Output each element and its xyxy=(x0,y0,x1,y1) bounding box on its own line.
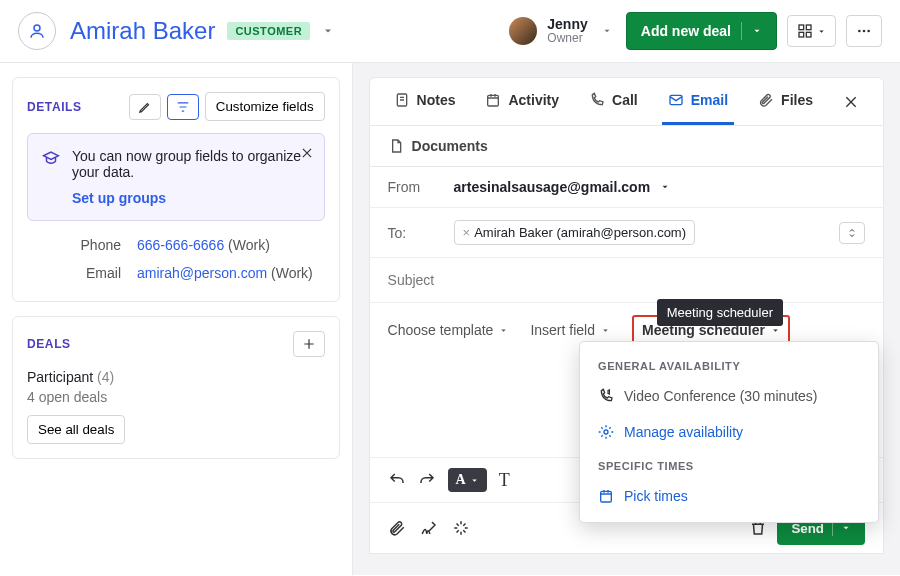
email-field: Email amirah@person.com (Work) xyxy=(27,259,325,287)
chevron-down-icon xyxy=(470,476,479,485)
person-name[interactable]: Amirah Baker xyxy=(70,17,215,45)
sparkle-icon xyxy=(452,519,470,537)
grid-icon xyxy=(797,23,813,39)
email-tag: (Work) xyxy=(271,265,313,281)
owner-info: Jenny Owner xyxy=(547,17,587,46)
tab-activity[interactable]: Activity xyxy=(479,78,565,125)
redo-icon xyxy=(418,471,436,489)
document-icon xyxy=(388,138,404,154)
owner-dropdown[interactable] xyxy=(598,22,616,40)
chevron-down-icon xyxy=(601,326,610,335)
phone-value[interactable]: 666-666-6666 xyxy=(137,237,224,253)
person-menu-chevron[interactable] xyxy=(318,21,338,41)
info-banner: You can now group fields to organize you… xyxy=(27,133,325,221)
tab-notes[interactable]: Notes xyxy=(388,78,462,125)
svg-point-0 xyxy=(34,25,40,31)
email-value[interactable]: amirah@person.com xyxy=(137,265,267,281)
phone-field: Phone 666-666-6666 (Work) xyxy=(27,231,325,259)
owner-name: Jenny xyxy=(547,17,587,32)
see-all-deals-button[interactable]: See all deals xyxy=(27,415,125,444)
owner-avatar[interactable] xyxy=(509,17,537,45)
open-deals: 4 open deals xyxy=(27,389,325,405)
participant-label: Participant xyxy=(27,369,93,385)
from-row: From artesinalsausage@gmail.com xyxy=(370,167,883,208)
more-button[interactable] xyxy=(846,15,882,47)
dd-video-conference[interactable]: Video Conference (30 minutes) xyxy=(580,378,878,414)
banner-close[interactable] xyxy=(300,146,314,160)
insert-field[interactable]: Insert field xyxy=(530,322,610,338)
from-value[interactable]: artesinalsausage@gmail.com xyxy=(454,179,651,195)
email-compose: From artesinalsausage@gmail.com To: ×Ami… xyxy=(369,167,884,554)
phone-tag: (Work) xyxy=(228,237,270,253)
plus-icon xyxy=(302,337,316,351)
deals-title: DEALS xyxy=(27,337,71,351)
tab-call[interactable]: Call xyxy=(583,78,644,125)
phone-label: Phone xyxy=(27,237,137,253)
add-deal-button[interactable]: Add new deal xyxy=(626,12,777,50)
to-label: To: xyxy=(388,225,444,241)
subject-row[interactable]: Subject xyxy=(370,258,883,303)
filter-button[interactable] xyxy=(167,94,199,120)
undo-icon xyxy=(388,471,406,489)
tab-documents[interactable]: Documents xyxy=(369,126,884,167)
svg-rect-2 xyxy=(806,25,811,30)
video-call-icon xyxy=(598,388,614,404)
chevron-down-icon xyxy=(841,523,851,533)
svg-point-6 xyxy=(863,30,866,33)
highlight-button[interactable] xyxy=(452,519,470,537)
close-icon xyxy=(843,94,859,110)
tab-files[interactable]: Files xyxy=(752,78,819,125)
attach-button[interactable] xyxy=(388,519,406,537)
subject-label: Subject xyxy=(388,272,435,288)
svg-rect-9 xyxy=(488,95,499,106)
font-button[interactable]: A xyxy=(448,468,487,492)
page-header: Amirah Baker CUSTOMER Jenny Owner Add ne… xyxy=(0,0,900,63)
font-a-icon: A xyxy=(456,472,466,488)
to-chip[interactable]: ×Amirah Baker (amirah@person.com) xyxy=(454,220,695,245)
choose-template[interactable]: Choose template xyxy=(388,322,509,338)
scheduler-dropdown: GENERAL AVAILABILITY Video Conference (3… xyxy=(579,341,879,523)
main-panel: Notes Activity Call Email Files Document… xyxy=(353,63,900,575)
deals-panel: DEALS Participant (4) 4 open deals See a… xyxy=(12,316,340,459)
calendar-icon xyxy=(485,92,501,108)
dd-general-header: GENERAL AVAILABILITY xyxy=(580,350,878,378)
undo-button[interactable] xyxy=(388,471,406,489)
chevron-down-icon[interactable] xyxy=(660,182,670,192)
chevron-down-icon xyxy=(499,326,508,335)
chevron-down-icon xyxy=(602,26,612,36)
dd-manage-availability[interactable]: Manage availability xyxy=(580,414,878,450)
text-format-button[interactable]: T xyxy=(499,470,510,491)
phone-icon xyxy=(589,92,605,108)
dd-pick-times[interactable]: Pick times xyxy=(580,478,878,514)
person-avatar[interactable] xyxy=(18,12,56,50)
expand-recipients[interactable] xyxy=(839,222,865,244)
setup-groups-link[interactable]: Set up groups xyxy=(72,190,166,206)
person-icon xyxy=(28,22,46,40)
mail-icon xyxy=(668,92,684,108)
details-panel: DETAILS Customize fields You can now gro… xyxy=(12,77,340,302)
tab-email[interactable]: Email xyxy=(662,78,734,125)
signature-button[interactable] xyxy=(420,519,438,537)
redo-button[interactable] xyxy=(418,471,436,489)
owner-role: Owner xyxy=(547,32,587,45)
email-label: Email xyxy=(27,265,137,281)
calendar-icon xyxy=(598,488,614,504)
customize-fields-button[interactable]: Customize fields xyxy=(205,92,325,121)
close-panel[interactable] xyxy=(837,88,865,116)
from-label: From xyxy=(388,179,444,195)
svg-rect-12 xyxy=(601,491,612,502)
chip-remove[interactable]: × xyxy=(463,225,471,240)
compose-toolbar: Choose template Insert field Meeting sch… xyxy=(370,303,883,357)
tooltip: Meeting scheduler xyxy=(657,299,783,326)
chevron-down-icon xyxy=(771,326,780,335)
edit-button[interactable] xyxy=(129,94,161,120)
ellipsis-icon xyxy=(856,23,872,39)
close-icon xyxy=(300,146,314,160)
apps-button[interactable] xyxy=(787,15,836,47)
graduation-icon xyxy=(42,149,60,167)
paperclip-icon xyxy=(388,519,406,537)
svg-point-5 xyxy=(858,30,861,33)
gear-icon xyxy=(598,424,614,440)
expand-icon xyxy=(846,227,858,239)
add-deal-small-button[interactable] xyxy=(293,331,325,357)
